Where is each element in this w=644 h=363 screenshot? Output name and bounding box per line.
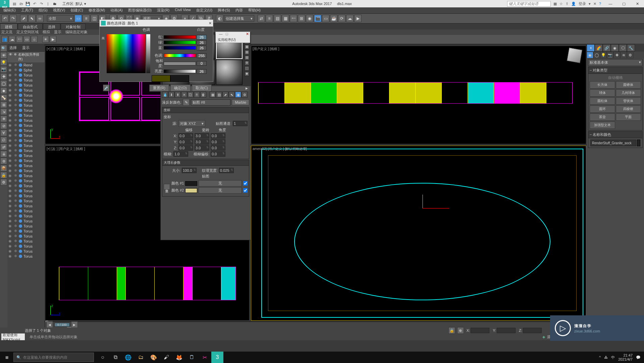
primitive-button[interactable]: 圆柱体 (590, 97, 615, 105)
menu-grapheditors[interactable]: 图形编辑器(D) (126, 7, 154, 13)
cmd-create-icon[interactable]: ✦ (587, 44, 595, 52)
rtab-selection[interactable]: 选择 (43, 23, 60, 30)
list-item[interactable]: ◉❄Torus (7, 98, 45, 103)
se-none-icon[interactable]: ∅ (0, 137, 7, 143)
layer-icon[interactable]: ▤ (274, 15, 281, 22)
select-icon[interactable]: ▭ (74, 15, 82, 22)
viewport-front[interactable]: [用户定义 ] [线框 ] (251, 46, 586, 144)
frz-icon[interactable]: ❄ (13, 189, 17, 193)
color-dlg-close-button[interactable]: ✕ (209, 21, 212, 25)
list-item[interactable]: ◉❄Torus (7, 168, 45, 173)
list-item[interactable]: ◉❄Torus (7, 249, 45, 254)
frz-icon[interactable]: ❄ (13, 199, 17, 203)
frz-icon[interactable]: ❄ (13, 108, 17, 112)
rsub-1[interactable]: 定义空间区域 (16, 30, 39, 35)
maximize-button[interactable]: ▢ (617, 0, 631, 7)
list-item[interactable]: ◉❄Torus (7, 138, 45, 143)
vis-icon[interactable]: ◉ (8, 118, 12, 122)
se-lock-icon[interactable]: 🔒 (0, 172, 7, 178)
se-invert-icon[interactable]: ⇄ (0, 144, 7, 150)
star-icon[interactable]: ☆ (559, 2, 563, 6)
vis-icon[interactable]: ◉ (8, 78, 12, 82)
frz-icon[interactable]: ❄ (13, 73, 17, 77)
workspace-selector[interactable]: 工作区: 默认 (62, 1, 83, 6)
se-container-icon[interactable]: 📦 (0, 165, 7, 171)
cloud-icon[interactable]: ☁ (9, 36, 15, 43)
list-item[interactable]: ◉❄Sphe (7, 67, 45, 72)
angle-spinner[interactable]: 0.0 (211, 139, 225, 145)
frz-icon[interactable]: ❄ (13, 194, 17, 198)
frz-icon[interactable]: ❄ (13, 83, 17, 87)
minimize-button[interactable]: — (604, 0, 617, 7)
taskview-icon[interactable]: ⧉ (109, 352, 121, 363)
color2-map-button[interactable]: 无 (199, 187, 242, 194)
cmd-utility-icon[interactable]: 🔧 (627, 44, 635, 52)
vis-icon[interactable]: ◉ (8, 219, 12, 223)
tray-date[interactable]: 2021/4/7 (618, 357, 633, 361)
r-slider[interactable] (164, 35, 196, 39)
timeslider-next-icon[interactable]: ► (71, 321, 78, 328)
frz-icon[interactable]: ❄ (13, 63, 17, 67)
workspace-chevron-icon[interactable]: ▾ (84, 2, 86, 6)
se-bone-icon[interactable]: 🦴 (0, 94, 7, 101)
vis-icon[interactable]: ◉ (8, 194, 12, 198)
object-name-input[interactable] (590, 140, 636, 146)
frz-icon[interactable]: ❄ (13, 153, 17, 158)
menu-content[interactable]: 内容 (233, 7, 245, 13)
cmd-motion-icon[interactable]: ◉ (611, 44, 619, 52)
list-item[interactable]: ◉❄Torus (7, 113, 45, 118)
y-input[interactable] (497, 328, 516, 333)
list-item[interactable]: ◉❄Torus (7, 234, 45, 239)
frz-icon[interactable]: ❄ (13, 133, 17, 138)
v-slider[interactable] (164, 69, 196, 73)
se-display-icon[interactable]: 👁 (0, 52, 7, 59)
menu-customize[interactable]: 自定义(U) (194, 7, 214, 13)
vis-icon[interactable]: ◉ (8, 229, 12, 233)
redo-icon[interactable]: ↷ (9, 15, 17, 22)
vis-icon[interactable]: ◉ (8, 204, 12, 208)
snip-icon[interactable]: ✂ (199, 352, 211, 363)
tray-net-icon[interactable]: 🖧 (604, 355, 608, 359)
login-label[interactable]: 登录 (579, 1, 586, 6)
color1-enable[interactable] (243, 181, 248, 186)
rsub-4[interactable]: 编辑选定对象 (65, 30, 88, 35)
list-item[interactable]: ◉❄Torus (7, 244, 45, 249)
b-value[interactable]: 26 (197, 46, 207, 50)
frz-icon[interactable]: ❄ (13, 239, 17, 243)
vis-icon[interactable]: ◉ (8, 113, 12, 117)
mat-mtl-icon[interactable]: ◉ (245, 71, 249, 76)
user-icon[interactable]: 👤 (571, 2, 576, 6)
util-min-button[interactable]: — (216, 32, 226, 37)
list-item[interactable]: ◉❄Torus (7, 178, 45, 183)
tray-up-icon[interactable]: ^ (599, 355, 601, 359)
swap-button[interactable]: 交换 (164, 184, 170, 190)
list-item[interactable]: ◉❄Torus (7, 254, 45, 259)
sun-icon[interactable]: ☀ (42, 36, 49, 43)
vp-front-label[interactable]: [用户定义 ] [线框 ] (253, 47, 279, 51)
list-item[interactable]: ◉❄Torus (7, 208, 45, 213)
frz-icon[interactable]: ❄ (13, 234, 17, 238)
se-group-icon[interactable]: ⊞ (0, 101, 7, 108)
menu-render[interactable]: 渲染(R) (155, 7, 171, 13)
list-item[interactable]: ◉❄Torus (7, 118, 45, 123)
list-item[interactable]: ◉❄Torus (7, 188, 45, 193)
r-value[interactable]: 26 (197, 35, 207, 40)
list-item[interactable]: ◉❄Torus (7, 213, 45, 218)
frz-icon[interactable]: ❄ (13, 204, 17, 208)
rtab-modeling[interactable]: 建模 (0, 23, 17, 30)
mat-vid-icon[interactable]: ▤ (245, 55, 249, 60)
list-item[interactable]: ◉❄Torus (7, 148, 45, 153)
mat-goto-sibling-icon[interactable]: ⬉ (229, 92, 235, 98)
path-icon[interactable]: ⬳ (16, 36, 23, 43)
mat-editor-icon[interactable]: ◉ (306, 15, 313, 22)
menu-group[interactable]: 组(G) (37, 7, 50, 13)
paint-icon[interactable]: 🎨 (148, 352, 160, 363)
vis-icon[interactable]: ◉ (8, 98, 12, 102)
vis-icon[interactable]: ◉ (8, 173, 12, 178)
primitive-button[interactable]: 管状体 (616, 97, 641, 105)
vis-icon[interactable]: ◉ (8, 133, 12, 138)
menu-help[interactable]: 帮助(H) (246, 7, 263, 13)
render-frame-icon[interactable]: ▭ (322, 15, 329, 22)
list-item[interactable]: ◉❄Torus (7, 153, 45, 158)
reset-button[interactable]: 重置(R) (149, 85, 169, 92)
